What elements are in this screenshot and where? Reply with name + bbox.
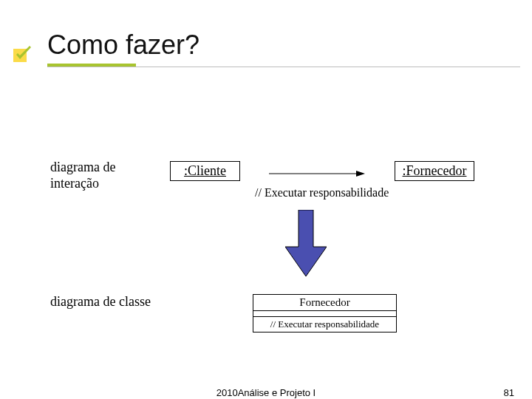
slide-bullet-icon (12, 44, 33, 65)
title-underline (47, 64, 520, 66)
class-box-fornecedor: Fornecedor // Executar responsabilidade (253, 294, 397, 332)
label-class-diagram: diagrama de classe (50, 294, 154, 310)
class-name: Fornecedor (253, 295, 396, 311)
object-box-cliente: :Cliente (170, 161, 240, 181)
message-label: // Executar responsabilidade (255, 186, 389, 200)
object-box-fornecedor: :Fornecedor (395, 161, 474, 181)
slide-title: Como fazer? (47, 30, 200, 61)
class-operation: // Executar responsabilidade (253, 317, 396, 332)
transform-arrow-icon (285, 210, 327, 276)
svg-marker-3 (356, 171, 365, 177)
svg-marker-4 (285, 210, 327, 276)
footer-center-text: 2010Análise e Projeto I (0, 387, 532, 398)
label-interaction-diagram: diagrama de interação (50, 160, 154, 191)
message-arrow-icon (269, 168, 365, 179)
class-attributes-empty (253, 311, 396, 317)
footer-page-number: 81 (504, 387, 514, 398)
